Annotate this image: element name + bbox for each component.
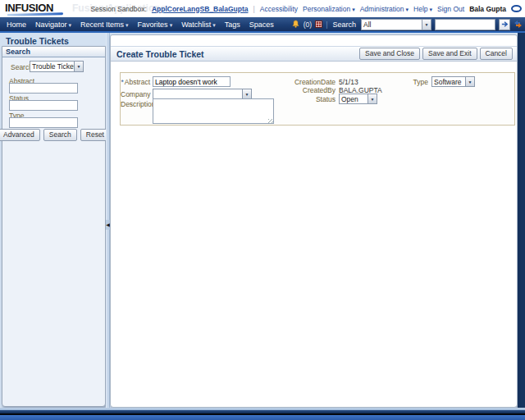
sidebar-type-input[interactable] [9, 117, 78, 128]
dropdown-arrow-icon[interactable]: ▼ [368, 94, 377, 103]
personalization-menu[interactable]: Personalization [303, 5, 355, 13]
search-button[interactable]: Search [43, 129, 77, 141]
advanced-search-icon[interactable] [514, 20, 523, 29]
search-type-select[interactable]: Trouble Ticket ▼ [30, 61, 84, 72]
abstract-label: *Abstract [121, 78, 150, 86]
trouble-ticket-form: *Abstract Company ▼ Description Creation… [120, 72, 515, 126]
header-utility-bar: Session Sandbox: ApplCoreLangSB_BalaGupt… [90, 0, 522, 17]
dropdown-arrow-icon[interactable]: ▼ [465, 77, 474, 86]
dropdown-arrow-icon[interactable]: ▼ [242, 89, 251, 98]
created-by-label: CreatedBy [283, 86, 336, 94]
search-scope-select[interactable]: All ▼ [361, 19, 431, 30]
nav-item-navigator[interactable]: Navigator [35, 21, 71, 29]
search-go-button[interactable] [499, 19, 510, 30]
logo-swoosh-decoration [7, 12, 63, 16]
global-search-input[interactable] [435, 19, 495, 30]
search-scope-value: All [362, 20, 422, 30]
oracle-logo-icon [511, 5, 522, 12]
company-value [153, 89, 242, 98]
search-type-value: Trouble Ticket [30, 62, 74, 71]
nav-links: Home Navigator Recent Items Favorites Wa… [0, 21, 274, 29]
save-and-exit-button[interactable]: Save and Exit [422, 48, 477, 60]
worklist-icon[interactable] [315, 21, 322, 28]
notifications-count: (0) [304, 21, 312, 29]
go-arrow-icon [501, 21, 509, 28]
search-sidebar-panel: Search Search Trouble Ticket ▼ Abstract … [2, 46, 106, 407]
sidebar-abstract-input[interactable] [9, 83, 78, 94]
nav-item-tags[interactable]: Tags [225, 21, 240, 29]
advanced-button[interactable]: Advanced [0, 129, 40, 141]
main-panel-header: Create Trouble Ticket Save and Close Sav… [111, 46, 517, 62]
notifications-bell-icon[interactable] [291, 20, 300, 29]
type-label: Type [391, 78, 428, 86]
top-header: Fusion Applications INFUSION Session San… [0, 0, 525, 17]
abstract-label-text: Abstract [125, 78, 150, 86]
user-name-label: Bala Gupta [469, 5, 506, 13]
bottom-blue-band [0, 415, 525, 420]
status-label: Status [283, 95, 336, 103]
company-label: Company [121, 90, 150, 98]
dropdown-arrow-icon[interactable]: ▼ [74, 62, 83, 71]
session-sandbox-link[interactable]: ApplCoreLangSB_BalaGupta [152, 5, 249, 13]
sidebar-buttons: Advanced Search Reset [2, 129, 105, 141]
description-textarea[interactable] [153, 98, 274, 124]
nav-item-recent-items[interactable]: Recent Items [80, 21, 129, 29]
required-marker: * [121, 78, 124, 86]
sidebar-status-input[interactable] [9, 100, 78, 111]
main-action-buttons: Save and Close Save and Exit Cancel [359, 48, 517, 60]
sidebar-panel-header[interactable]: Search [2, 47, 105, 57]
type-value: Software [432, 77, 465, 86]
nav-search-area: (0) | Search All ▼ [291, 19, 525, 30]
page-title: Trouble Tickets [6, 36, 69, 46]
abstract-input[interactable] [153, 76, 231, 87]
resize-grip-icon[interactable] [268, 119, 273, 124]
type-select[interactable]: Software ▼ [431, 76, 475, 87]
page-right-edge [518, 33, 525, 408]
creation-date-value: 5/1/13 [339, 78, 358, 86]
main-panel: Create Trouble Ticket Save and Close Sav… [110, 34, 518, 408]
creation-date-label: CreationDate [283, 78, 336, 86]
help-menu[interactable]: Help [413, 5, 432, 13]
main-title: Create Trouble Ticket [111, 49, 204, 59]
nav-item-home[interactable]: Home [7, 21, 26, 29]
cancel-button[interactable]: Cancel [480, 48, 513, 60]
save-and-close-button[interactable]: Save and Close [359, 48, 420, 60]
administration-menu[interactable]: Administration [360, 5, 409, 13]
nav-divider: | [326, 21, 327, 29]
nav-item-favorites[interactable]: Favorites [138, 21, 173, 29]
status-value: Open [340, 94, 368, 103]
nav-item-spaces[interactable]: Spaces [249, 21, 274, 29]
global-navbar: Home Navigator Recent Items Favorites Wa… [0, 17, 525, 33]
description-label: Description [121, 100, 150, 108]
global-search-label: Search [332, 21, 356, 29]
accessibility-link[interactable]: Accessibility [260, 5, 298, 13]
status-select[interactable]: Open ▼ [339, 94, 377, 104]
dropdown-arrow-icon[interactable]: ▼ [422, 20, 431, 30]
page-bottom-border [0, 408, 525, 420]
session-sandbox-label: Session Sandbox: [90, 5, 147, 13]
header-divider: | [253, 5, 255, 13]
nav-item-watchlist[interactable]: Watchlist [181, 21, 216, 29]
sign-out-link[interactable]: Sign Out [437, 5, 464, 13]
